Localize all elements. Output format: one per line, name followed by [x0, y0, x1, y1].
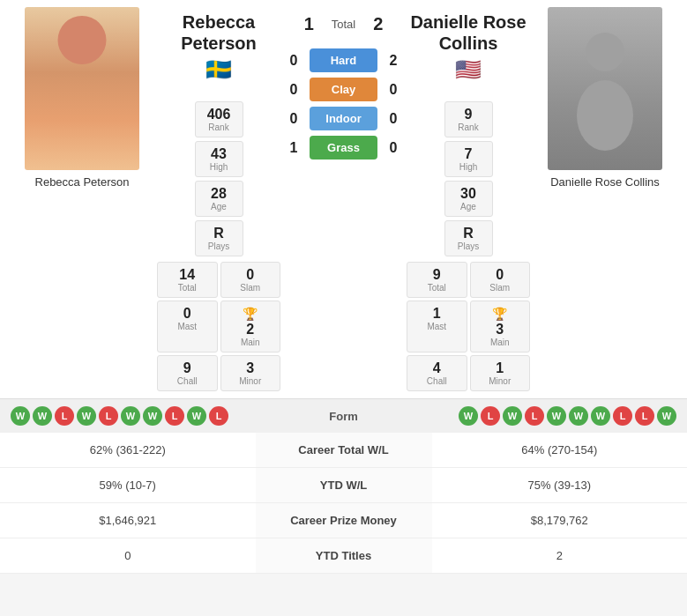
left-total-val: 14 [167, 267, 208, 283]
left-rank-val: 406 [205, 107, 234, 122]
left-player-photo-label: Rebecca Peterson [31, 175, 134, 189]
surface-row-grass: 1 Grass 0 [285, 136, 402, 160]
left-form-badge-2: L [55, 406, 74, 426]
ytd-titles-label: YTD Titles [256, 538, 432, 573]
left-chall-val: 9 [167, 360, 208, 376]
svg-point-1 [577, 80, 633, 151]
left-bottom-stats: 14 Total 0 Slam 0 Mast 🏆 2 Main 9 [157, 262, 280, 391]
right-rank-row: 9 Rank [407, 101, 530, 137]
right-flag-container: 🇺🇸 [455, 57, 482, 82]
left-form-badge-4: L [99, 406, 118, 426]
right-mast-cell: 1 Mast [407, 301, 467, 353]
left-age-cell: 28 Age [195, 181, 243, 217]
form-label: Form [329, 410, 358, 423]
right-form-badge-6: W [591, 406, 610, 426]
left-ytd-titles: 0 [0, 538, 256, 573]
left-rank-cell: 406 Rank [195, 101, 243, 137]
surface-rows: 0 Hard 2 0 Clay 0 0 Indoor 0 1 Grass 0 [285, 48, 402, 160]
left-slam-val: 0 [230, 267, 272, 283]
right-form-badge-9: W [657, 406, 676, 426]
right-age-row: 30 Age [407, 181, 530, 217]
left-slam-cell: 0 Slam [220, 262, 281, 298]
surface-row-clay: 0 Clay 0 [285, 78, 402, 101]
right-minor-val: 1 [480, 360, 521, 376]
right-high-row: 7 High [407, 141, 530, 177]
right-high-lbl: High [454, 162, 483, 172]
career-wl-row: 62% (361-222) Career Total W/L 64% (270-… [0, 433, 687, 468]
surface-button-clay[interactable]: Clay [310, 78, 377, 101]
ytd-titles-row: 0 YTD Titles 2 [0, 538, 687, 574]
right-player-photo [548, 7, 662, 170]
surface-score-left: 1 [285, 140, 302, 156]
right-rank-lbl: Rank [454, 122, 483, 132]
left-trophy-icon: 🏆 [243, 307, 258, 321]
right-slam-lbl: Slam [480, 283, 521, 293]
bottom-stats-table: 62% (361-222) Career Total W/L 64% (270-… [0, 433, 687, 574]
left-high-lbl: High [205, 162, 234, 172]
left-form-badge-7: L [165, 406, 184, 426]
left-chall-cell: 9 Chall [157, 355, 218, 391]
left-prize: $1,646,921 [0, 503, 256, 538]
left-player-header: Rebecca Peterson 🇸🇪 [157, 11, 280, 89]
right-player-photo-label: Danielle Rose Collins [546, 175, 664, 189]
right-form-badge-3: L [525, 406, 544, 426]
left-form-badge-6: W [143, 406, 162, 426]
left-main-lbl: Main [230, 338, 272, 347]
left-ytd-wl: 59% (10-7) [0, 468, 256, 502]
surface-score-right: 2 [385, 53, 402, 69]
surface-button-indoor[interactable]: Indoor [310, 107, 377, 130]
right-flag: 🇺🇸 [455, 57, 482, 82]
left-chall-lbl: Chall [167, 376, 208, 386]
left-plays-row: R Plays [157, 220, 280, 256]
right-total-cell: 9 Total [407, 262, 467, 298]
left-stat-rows: 406 Rank 43 High 28 Age [157, 101, 280, 256]
right-plays-cell: R Plays [444, 220, 493, 256]
surface-score-right: 0 [385, 140, 402, 156]
surface-score-left: 0 [285, 82, 302, 98]
right-age-val: 30 [454, 186, 483, 202]
left-mast-lbl: Mast [167, 322, 208, 331]
left-flag-container: 🇸🇪 [205, 57, 232, 82]
left-form-badge-0: W [11, 406, 30, 426]
right-mast-lbl: Mast [416, 322, 458, 331]
left-minor-val: 3 [230, 360, 272, 376]
right-high-cell: 7 High [444, 141, 493, 177]
left-form-badge-9: L [209, 406, 228, 426]
right-form-badge-8: L [635, 406, 654, 426]
right-age-cell: 30 Age [444, 181, 493, 217]
right-total-lbl: Total [416, 283, 458, 293]
right-slam-val: 0 [480, 267, 521, 283]
right-trophy-icon: 🏆 [492, 307, 507, 321]
surface-button-grass[interactable]: Grass [310, 136, 377, 160]
right-age-lbl: Age [454, 202, 483, 212]
right-plays-row: R Plays [407, 220, 530, 256]
right-form-badge-2: W [503, 406, 522, 426]
left-form-badges: WWLWLWWLWL [11, 406, 228, 426]
left-form-badge-8: W [187, 406, 206, 426]
right-high-val: 7 [454, 146, 483, 162]
ytd-wl-row: 59% (10-7) YTD W/L 75% (39-13) [0, 468, 687, 503]
center-col: 1 Total 2 0 Hard 2 0 Clay 0 0 Indoor 0 1… [280, 7, 407, 160]
right-chall-lbl: Chall [416, 376, 458, 386]
left-plays-cell: R Plays [195, 220, 243, 256]
left-age-val: 28 [205, 186, 234, 202]
right-form-badge-1: L [481, 406, 500, 426]
right-career-wl: 64% (270-154) [432, 433, 688, 467]
silhouette-svg [570, 27, 640, 151]
left-form-badge-3: W [77, 406, 96, 426]
left-total-lbl: Total [167, 283, 208, 293]
right-slam-cell: 0 Slam [470, 262, 531, 298]
right-ytd-wl: 75% (39-13) [432, 468, 688, 502]
left-stats-col: Rebecca Peterson 🇸🇪 406 Rank 43 High [157, 7, 280, 391]
left-main-val: 2 [230, 322, 272, 338]
surface-score-right: 0 [385, 82, 402, 98]
left-career-wl: 62% (361-222) [0, 433, 256, 467]
right-total-val: 9 [416, 267, 458, 283]
surface-button-hard[interactable]: Hard [310, 48, 377, 72]
surface-score-left: 0 [285, 53, 302, 69]
right-bottom-stats: 9 Total 0 Slam 1 Mast 🏆 3 Main 4 [407, 262, 530, 391]
left-player-name: Rebecca Peterson [157, 11, 280, 54]
left-player-photo [25, 7, 139, 170]
left-high-val: 43 [205, 146, 234, 162]
surface-row-indoor: 0 Indoor 0 [285, 107, 402, 130]
